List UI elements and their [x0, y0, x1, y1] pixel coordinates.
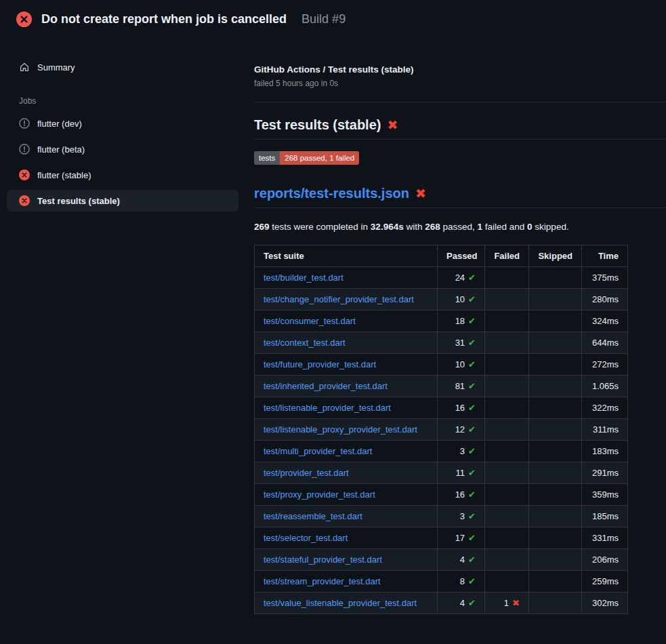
col-time: Time — [582, 245, 628, 267]
suite-cell: test/multi_provider_test.dart — [255, 441, 438, 462]
table-header-row: Test suite Passed Failed Skipped Time — [255, 245, 628, 267]
failed-cell — [485, 310, 529, 332]
skipped-cell — [529, 397, 582, 419]
passed-cell: 4✔ — [438, 592, 485, 614]
passed-cell: 24✔ — [438, 267, 485, 289]
passed-cell: 16✔ — [438, 484, 485, 506]
tests-badge-value: 268 passed, 1 failed — [280, 151, 359, 165]
suite-cell: test/context_test.dart — [255, 332, 438, 354]
suite-link[interactable]: test/stream_provider_test.dart — [264, 576, 381, 586]
sidebar-item-summary[interactable]: Summary — [7, 56, 238, 78]
table-row: test/multi_provider_test.dart 3✔ 183ms — [255, 441, 628, 462]
suite-cell: test/reassemble_test.dart — [255, 506, 438, 527]
build-number: Build #9 — [301, 12, 346, 26]
check-icon: ✔ — [468, 424, 476, 435]
suite-cell: test/listenable_proxy_provider_test.dart — [255, 419, 438, 441]
time-cell: 185ms — [582, 506, 628, 527]
suite-link[interactable]: test/consumer_test.dart — [264, 316, 356, 326]
test-results-table: Test suite Passed Failed Skipped Time te… — [254, 245, 628, 614]
failed-cell — [485, 376, 529, 397]
report-link[interactable]: reports/test-results.json — [254, 186, 409, 201]
suite-link[interactable]: test/context_test.dart — [264, 338, 346, 348]
skipped-cell — [529, 354, 582, 376]
summary-line: 269 tests were completed in 32.964s with… — [254, 222, 666, 232]
sidebar-job-item[interactable]: flutter (beta) — [7, 138, 238, 160]
table-row: test/future_provider_test.dart 10✔ 272ms — [255, 354, 628, 376]
check-icon: ✔ — [468, 489, 476, 500]
col-skipped: Skipped — [529, 245, 582, 267]
suite-link[interactable]: test/builder_test.dart — [264, 273, 344, 283]
report-title: reports/test-results.json✖ — [254, 186, 666, 208]
suite-link[interactable]: test/listenable_provider_test.dart — [264, 403, 391, 413]
build-header: Do not create report when job is cancell… — [0, 0, 666, 39]
sidebar-job-item[interactable]: flutter (stable) — [7, 164, 238, 186]
passed-cell: 10✔ — [438, 354, 485, 376]
failed-cell — [485, 419, 529, 441]
suite-link[interactable]: test/selector_test.dart — [264, 533, 348, 543]
x-circle-fill-icon — [19, 195, 30, 206]
skipped-cell — [529, 289, 582, 310]
suite-link[interactable]: test/stateful_provider_test.dart — [264, 555, 382, 565]
failed-cell — [485, 506, 529, 527]
passed-cell: 81✔ — [438, 376, 485, 397]
table-row: test/change_notifier_provider_test.dart … — [255, 289, 628, 310]
check-icon: ✔ — [468, 273, 476, 283]
suite-link[interactable]: test/listenable_proxy_provider_test.dart — [264, 424, 417, 435]
time-cell: 302ms — [582, 592, 628, 614]
suite-link[interactable]: test/reassemble_test.dart — [264, 511, 362, 521]
passed-cell: 3✔ — [438, 506, 485, 527]
suite-link[interactable]: test/provider_test.dart — [264, 468, 349, 478]
suite-link[interactable]: test/proxy_provider_test.dart — [264, 489, 375, 500]
suite-link[interactable]: test/future_provider_test.dart — [264, 359, 376, 369]
check-icon: ✔ — [468, 533, 476, 543]
passed-cell: 10✔ — [438, 289, 485, 310]
time-cell: 183ms — [582, 441, 628, 462]
check-icon: ✔ — [468, 576, 476, 586]
table-row: test/value_listenable_provider_test.dart… — [255, 592, 628, 614]
skipped-cell — [529, 549, 582, 571]
suite-link[interactable]: test/inherited_provider_test.dart — [264, 381, 388, 391]
time-cell: 644ms — [582, 332, 628, 354]
table-row: test/reassemble_test.dart 3✔ 185ms — [255, 506, 628, 527]
sidebar: Summary Jobs flutter (dev) — [0, 39, 254, 216]
suite-cell: test/listenable_provider_test.dart — [255, 397, 438, 419]
passed-cell: 3✔ — [438, 441, 485, 462]
check-run-content: GitHub Actions / Test results (stable) f… — [254, 39, 666, 614]
failed-cell — [485, 527, 529, 549]
failed-cell: 1✖ — [485, 592, 529, 614]
table-row: test/builder_test.dart 24✔ 375ms — [255, 267, 628, 289]
sidebar-summary-label: Summary — [37, 62, 75, 73]
check-icon: ✔ — [468, 338, 476, 348]
col-failed: Failed — [485, 245, 529, 267]
suite-cell: test/stateful_provider_test.dart — [255, 549, 438, 571]
suite-cell: test/builder_test.dart — [255, 267, 438, 289]
suite-cell: test/consumer_test.dart — [255, 310, 438, 332]
skipped-cell — [529, 419, 582, 441]
failed-cell — [485, 549, 529, 571]
sidebar-job-item[interactable]: flutter (dev) — [7, 113, 238, 134]
check-icon: ✔ — [468, 294, 476, 304]
time-cell: 375ms — [582, 267, 628, 289]
time-cell: 291ms — [582, 462, 628, 484]
check-icon: ✔ — [468, 555, 476, 565]
failed-cell — [485, 289, 529, 310]
status-line: failed 5 hours ago in 0s — [254, 79, 666, 88]
passed-cell: 16✔ — [438, 397, 485, 419]
check-icon: ✔ — [468, 511, 476, 521]
suite-link[interactable]: test/value_listenable_provider_test.dart — [264, 598, 417, 608]
sidebar-job-label: flutter (stable) — [37, 170, 91, 180]
sidebar-job-item[interactable]: Test results (stable) — [7, 190, 238, 212]
suite-cell: test/change_notifier_provider_test.dart — [255, 289, 438, 310]
suite-link[interactable]: test/multi_provider_test.dart — [264, 446, 372, 456]
suite-link[interactable]: test/change_notifier_provider_test.dart — [264, 294, 414, 304]
x-icon: ✖ — [512, 598, 520, 608]
time-cell: 280ms — [582, 289, 628, 310]
check-icon: ✔ — [468, 446, 476, 456]
table-row: test/listenable_provider_test.dart 16✔ 3… — [255, 397, 628, 419]
failed-cell — [485, 462, 529, 484]
col-test-suite: Test suite — [255, 245, 438, 267]
time-cell: 331ms — [582, 527, 628, 549]
suite-cell: test/proxy_provider_test.dart — [255, 484, 438, 506]
table-row: test/selector_test.dart 17✔ 331ms — [255, 527, 628, 549]
time-cell: 272ms — [582, 354, 628, 376]
